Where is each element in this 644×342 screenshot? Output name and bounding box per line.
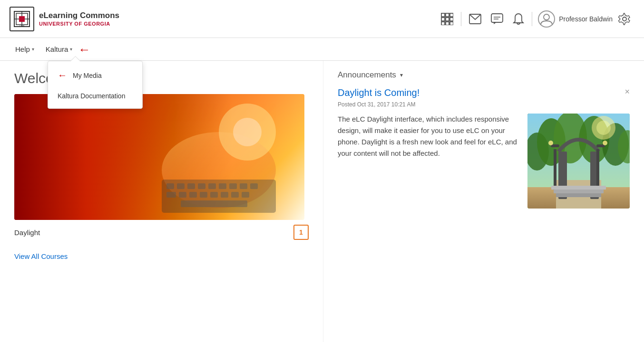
kaltura-dropdown: ← My Media Kaltura Documentation xyxy=(48,61,143,109)
view-all-courses-link[interactable]: View All Courses xyxy=(14,252,68,260)
svg-rect-38 xyxy=(221,192,228,198)
chat-button[interactable] xyxy=(487,10,507,28)
svg-rect-8 xyxy=(450,13,453,17)
svg-rect-27 xyxy=(198,183,205,189)
arch-image-svg xyxy=(527,114,630,209)
avatar-icon xyxy=(540,12,553,26)
svg-rect-31 xyxy=(240,183,247,189)
chat-icon xyxy=(491,13,503,25)
bell-icon xyxy=(513,13,524,25)
svg-rect-57 xyxy=(554,149,556,192)
svg-rect-7 xyxy=(446,13,449,17)
svg-point-20 xyxy=(544,14,549,20)
my-media-label: My Media xyxy=(73,72,102,79)
announcements-title: Announcements xyxy=(338,70,396,80)
svg-rect-41 xyxy=(181,200,247,207)
mail-icon xyxy=(469,14,481,24)
help-chevron: ▾ xyxy=(32,47,34,52)
kaltura-chevron: ▾ xyxy=(70,47,72,52)
mail-button[interactable] xyxy=(465,10,485,28)
right-panel: Announcements ▾ × Daylight is Coming! Po… xyxy=(323,61,644,342)
announcement-close-button[interactable]: × xyxy=(624,87,630,96)
svg-rect-9 xyxy=(441,18,445,21)
announcements-header: Announcements ▾ xyxy=(338,70,630,80)
red-arrow-indicator: ← xyxy=(78,43,90,56)
svg-point-62 xyxy=(603,141,607,145)
svg-rect-33 xyxy=(166,192,176,198)
dropdown-item-my-media[interactable]: ← My Media xyxy=(48,64,142,86)
svg-rect-35 xyxy=(189,192,197,198)
svg-rect-28 xyxy=(208,183,216,189)
header-divider-1 xyxy=(461,12,461,26)
announcement-date: Posted Oct 31, 2017 10:21 AM xyxy=(338,101,630,108)
svg-rect-60 xyxy=(596,149,599,192)
grid-icon xyxy=(441,13,453,25)
svg-rect-13 xyxy=(446,22,449,25)
user-area: Professor Baldwin xyxy=(538,10,613,28)
user-avatar xyxy=(538,10,555,28)
user-name-label: Professor Baldwin xyxy=(559,15,613,23)
announcement-card: × Daylight is Coming! Posted Oct 31, 201… xyxy=(338,87,630,209)
svg-point-21 xyxy=(623,17,626,21)
svg-rect-64 xyxy=(554,190,604,193)
notification-badge[interactable]: 1 xyxy=(293,225,309,240)
svg-rect-36 xyxy=(200,192,207,198)
help-label: Help xyxy=(15,45,30,53)
svg-rect-10 xyxy=(446,18,449,21)
svg-rect-32 xyxy=(250,183,258,189)
svg-rect-29 xyxy=(219,183,226,189)
svg-rect-40 xyxy=(242,192,249,198)
svg-rect-39 xyxy=(231,192,239,198)
svg-rect-25 xyxy=(177,183,185,189)
uga-logo-svg: 1785 xyxy=(12,10,31,28)
svg-rect-63 xyxy=(551,186,606,190)
svg-text:1785: 1785 xyxy=(19,25,24,28)
bell-button[interactable] xyxy=(509,9,528,29)
kaltura-docs-label: Kaltura Documentation xyxy=(58,92,125,100)
svg-rect-6 xyxy=(441,13,445,17)
header-right: Professor Baldwin xyxy=(437,9,634,29)
svg-rect-65 xyxy=(556,193,601,197)
dropdown-item-kaltura-docs[interactable]: Kaltura Documentation xyxy=(48,86,142,105)
svg-rect-12 xyxy=(441,22,445,25)
svg-point-59 xyxy=(548,141,553,145)
svg-rect-30 xyxy=(229,183,237,189)
course-name: Daylight xyxy=(14,228,40,237)
logo-icon: 1785 xyxy=(10,7,34,31)
announcement-body-text: The eLC Daylight interface, which includ… xyxy=(338,114,520,209)
course-title-bar: Daylight 1 xyxy=(14,225,309,240)
nav-help[interactable]: Help ▾ xyxy=(10,38,40,61)
svg-rect-11 xyxy=(450,18,453,21)
navbar: Help ▾ Kaltura ▾ ← ← My Media Kaltura Do… xyxy=(0,38,644,61)
course-image xyxy=(14,94,304,220)
svg-point-52 xyxy=(596,121,611,135)
logo-subtitle: UNIVERSITY OF GEORGIA xyxy=(39,21,119,27)
svg-rect-4 xyxy=(19,16,25,22)
keyboard-visual xyxy=(124,94,304,220)
svg-point-43 xyxy=(233,118,262,146)
announcement-title[interactable]: Daylight is Coming! xyxy=(338,87,630,98)
kaltura-label: Kaltura xyxy=(46,45,68,53)
svg-rect-26 xyxy=(187,183,195,189)
grid-button[interactable] xyxy=(437,9,457,29)
svg-rect-16 xyxy=(491,14,503,22)
svg-rect-24 xyxy=(166,183,174,189)
my-media-arrow: ← xyxy=(58,70,67,81)
announcement-image xyxy=(527,114,630,209)
announcement-body-row: The eLC Daylight interface, which includ… xyxy=(338,114,630,209)
logo-text: eLearning Commons UNIVERSITY OF GEORGIA xyxy=(39,11,119,26)
header-divider-2 xyxy=(532,12,532,26)
logo-title: eLearning Commons xyxy=(39,11,119,20)
settings-button[interactable] xyxy=(615,9,634,29)
logo-area: 1785 eLearning Commons UNIVERSITY OF GEO… xyxy=(10,7,119,31)
svg-rect-14 xyxy=(450,22,453,25)
svg-rect-37 xyxy=(210,192,218,198)
announcements-chevron[interactable]: ▾ xyxy=(400,72,403,78)
course-card[interactable]: Daylight 1 xyxy=(14,94,309,240)
header: 1785 eLearning Commons UNIVERSITY OF GEO… xyxy=(0,0,644,38)
svg-rect-34 xyxy=(179,192,186,198)
gear-icon xyxy=(618,13,631,25)
nav-kaltura[interactable]: Kaltura ▾ xyxy=(40,38,78,61)
svg-marker-17 xyxy=(494,22,497,24)
